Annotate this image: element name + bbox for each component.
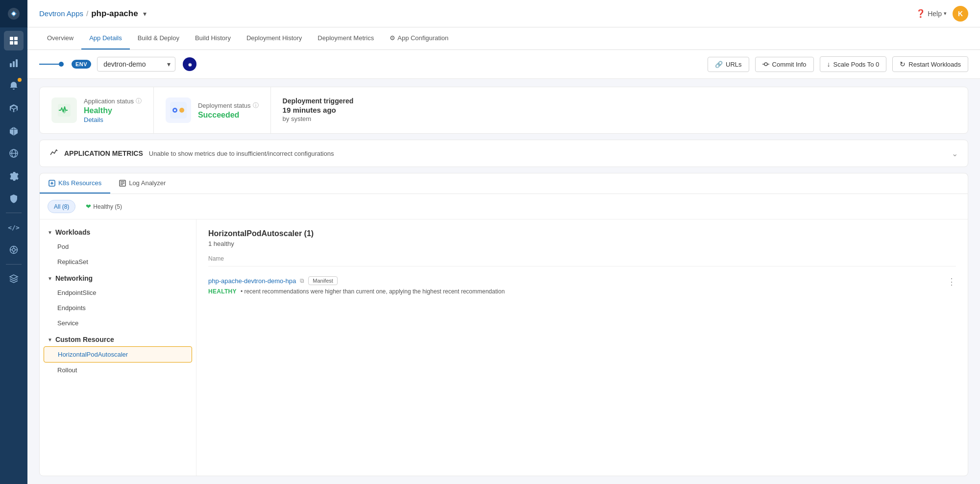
resource-more-options[interactable]: ⋮ xyxy=(947,276,956,287)
workloads-arrow-icon: ▼ xyxy=(48,230,52,235)
tab-app-details[interactable]: App Details xyxy=(81,27,129,49)
metrics-expand-chevron[interactable]: ⌄ xyxy=(952,149,958,158)
heart-monitor-icon xyxy=(57,103,72,118)
filter-healthy-button[interactable]: ❤ Healthy (5) xyxy=(79,200,128,213)
filter-all-button[interactable]: All (8) xyxy=(48,200,75,213)
sidebar-item-code[interactable]: </> xyxy=(4,218,24,237)
nav-tabs: Overview App Details Build & Deploy Buil… xyxy=(27,27,980,50)
svg-text:⎈: ⎈ xyxy=(188,61,192,68)
tree-item-pod[interactable]: Pod xyxy=(40,239,196,254)
deploy-status-info: Deployment status ⓘ Succeeded xyxy=(198,101,259,120)
tree-item-service[interactable]: Service xyxy=(40,315,196,331)
triggered-time: 19 minutes ago xyxy=(283,106,354,114)
link-icon: 🔗 xyxy=(715,61,723,68)
sidebar-item-ci[interactable] xyxy=(4,98,24,118)
tab-deployment-metrics[interactable]: Deployment Metrics xyxy=(310,27,382,49)
sidebar-item-layers[interactable] xyxy=(4,269,24,289)
resource-healthy-tag: HEALTHY xyxy=(208,288,237,295)
restart-workloads-button[interactable]: ↻ Restart Workloads xyxy=(892,56,968,72)
urls-button[interactable]: 🔗 URLs xyxy=(708,57,749,72)
svg-point-1 xyxy=(12,12,15,15)
breadcrumb-apps-link[interactable]: Devtron Apps xyxy=(39,9,83,18)
tab-log-analyzer[interactable]: Log Analyzer xyxy=(110,173,174,194)
app-status-value[interactable]: Healthy xyxy=(84,106,142,115)
svg-point-29 xyxy=(179,108,184,113)
deployment-triggered-info: Deployment triggered 19 minutes ago by s… xyxy=(270,87,366,133)
svg-rect-7 xyxy=(13,61,15,67)
tab-app-configuration[interactable]: ⚙ App Configuration xyxy=(382,27,456,49)
copy-icon[interactable]: ⧉ xyxy=(300,277,304,284)
triggered-title: Deployment triggered xyxy=(283,97,354,105)
resource-detail-panel: HorizontalPodAutoscaler (1) 1 healthy Na… xyxy=(196,219,968,476)
metrics-chart-icon xyxy=(49,148,58,159)
tree-item-endpointslice[interactable]: EndpointSlice xyxy=(40,285,196,300)
user-avatar[interactable]: K xyxy=(953,6,968,22)
svg-rect-4 xyxy=(10,41,13,45)
app-status-card: Application status ⓘ Healthy Details xyxy=(40,87,153,133)
deploy-status-info-icon[interactable]: ⓘ xyxy=(253,101,259,110)
sidebar-item-security[interactable] xyxy=(4,189,24,208)
resource-subtitle: 1 healthy xyxy=(208,240,956,247)
env-selector[interactable]: devtron-demo xyxy=(97,57,175,72)
sidebar-item-globe[interactable] xyxy=(4,144,24,163)
svg-rect-8 xyxy=(16,59,18,67)
sidebar-item-cube[interactable] xyxy=(4,121,24,141)
resource-name[interactable]: php-apache-devtron-demo-hpa xyxy=(208,277,296,285)
svg-point-30 xyxy=(174,109,176,111)
status-cards: Application status ⓘ Healthy Details xyxy=(40,87,968,133)
sidebar-item-grid[interactable] xyxy=(4,31,24,50)
svg-point-23 xyxy=(764,63,767,66)
tab-build-deploy[interactable]: Build & Deploy xyxy=(130,27,187,49)
tree-section-custom-resource[interactable]: ▼ Custom Resource xyxy=(40,331,196,346)
tree-section-workloads[interactable]: ▼ Workloads xyxy=(40,223,196,239)
help-button[interactable]: ❓ Help ▾ xyxy=(916,9,947,18)
env-bar: ENV devtron-demo ⎈ 🔗 URLs xyxy=(27,50,980,79)
scale-pods-button[interactable]: ↓ Scale Pods To 0 xyxy=(820,56,887,72)
app-status-label: Application status xyxy=(84,97,134,105)
commit-info-button[interactable]: Commit Info xyxy=(755,57,814,72)
tree-item-endpoints[interactable]: Endpoints xyxy=(40,300,196,315)
custom-resource-arrow-icon: ▼ xyxy=(48,337,52,342)
tree-item-rollout[interactable]: Rollout xyxy=(40,363,196,378)
gear-small-icon: ⚙ xyxy=(390,34,395,42)
topbar-actions: ❓ Help ▾ K xyxy=(916,6,968,22)
sidebar: </> xyxy=(0,0,27,484)
tree-section-networking[interactable]: ▼ Networking xyxy=(40,269,196,285)
sidebar-item-notifications[interactable] xyxy=(4,76,24,96)
logo[interactable] xyxy=(0,0,27,27)
sidebar-item-dashboard[interactable] xyxy=(4,53,24,73)
tab-deployment-history[interactable]: Deployment History xyxy=(239,27,310,49)
helm-icon[interactable]: ⎈ xyxy=(181,56,198,73)
deploy-status-icon-wrap xyxy=(166,97,191,123)
tab-build-history[interactable]: Build History xyxy=(187,27,239,49)
help-chevron-icon: ▾ xyxy=(944,10,947,17)
tree-item-replicaset[interactable]: ReplicaSet xyxy=(40,254,196,269)
breadcrumb: Devtron Apps / php-apache ▾ xyxy=(39,9,148,19)
scale-icon: ↓ xyxy=(827,60,831,68)
deploy-icon xyxy=(170,102,187,119)
triggered-by: by system xyxy=(283,115,354,122)
tree-item-hpa[interactable]: HorizontalPodAutoscaler xyxy=(44,346,192,363)
metrics-message: Unable to show metrics due to insufficie… xyxy=(149,150,946,157)
app-status-details-link[interactable]: Details xyxy=(84,116,142,123)
tab-overview[interactable]: Overview xyxy=(39,27,81,49)
help-circle-icon: ❓ xyxy=(916,9,926,18)
sidebar-item-settings[interactable] xyxy=(4,166,24,186)
notification-badge xyxy=(18,78,22,82)
env-badge: ENV xyxy=(72,60,91,69)
manifest-badge[interactable]: Manifest xyxy=(308,276,338,285)
tab-k8s-resources[interactable]: K8s Resources xyxy=(40,173,110,194)
resources-body: ▼ Workloads Pod ReplicaSet ▼ Networking … xyxy=(40,219,968,476)
app-status-info-icon[interactable]: ⓘ xyxy=(136,97,142,105)
k8s-icon xyxy=(49,180,55,187)
svg-rect-3 xyxy=(14,37,18,40)
app-selector-chevron[interactable]: ▾ xyxy=(141,9,148,19)
svg-point-15 xyxy=(12,248,15,251)
svg-rect-6 xyxy=(10,63,12,67)
sidebar-item-config[interactable] xyxy=(4,240,24,260)
restart-icon: ↻ xyxy=(900,60,906,68)
sidebar-divider xyxy=(6,213,22,213)
k8s-tabs: K8s Resources Log Analyzer xyxy=(39,173,968,194)
app-status-info: Application status ⓘ Healthy Details xyxy=(84,97,142,123)
svg-rect-5 xyxy=(14,41,18,45)
